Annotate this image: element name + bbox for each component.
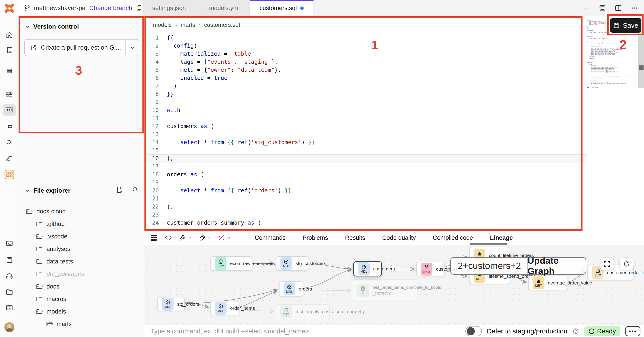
tree-item-docs[interactable]: docs xyxy=(36,280,59,293)
code-line: 9 xyxy=(144,98,587,106)
code-editor[interactable]: models›marts›customers.sql 1{{2 config(3… xyxy=(144,16,644,231)
tab-_models.yml[interactable]: _models.yml xyxy=(196,0,250,16)
code-line: 17 xyxy=(144,162,587,171)
split-icon[interactable] xyxy=(614,4,622,12)
help-icon[interactable] xyxy=(572,328,580,335)
code-line: 22), xyxy=(144,203,587,211)
pr-dropdown-toggle[interactable] xyxy=(126,39,139,56)
folder-icon xyxy=(36,245,43,253)
code-view-icon[interactable] xyxy=(164,234,173,242)
file-explorer-header[interactable]: File explorer xyxy=(24,187,139,194)
lineage-node-ecom.raw_customers[interactable]: SRCecom.raw_customers xyxy=(210,256,252,271)
version-control-header[interactable]: Version control xyxy=(24,23,79,30)
lineage-node-average_order_value[interactable]: METaverage_order_value xyxy=(528,276,568,290)
version-control-title: Version control xyxy=(33,23,79,30)
bottom-tab-results[interactable]: Results xyxy=(336,231,374,245)
more-options-button[interactable]: ••• xyxy=(625,326,640,336)
rail-terminal-icon[interactable] xyxy=(3,237,16,250)
rail-avatar[interactable] xyxy=(3,321,16,334)
create-pr-label: Create a pull request on Gi... xyxy=(41,44,121,51)
folder-icon xyxy=(36,270,43,278)
tree-item-.github[interactable]: .github xyxy=(36,218,64,230)
journal-icon[interactable] xyxy=(598,4,606,12)
command-bar: Type a command, ex. dbt build --select <… xyxy=(144,325,644,337)
save-button[interactable]: Save xyxy=(610,18,641,33)
rail-code-icon[interactable] xyxy=(3,104,16,116)
tab-customers.sql[interactable]: customers.sql xyxy=(250,0,314,16)
rail-home-icon[interactable] xyxy=(3,29,16,41)
rail-tray-icon[interactable] xyxy=(3,64,16,77)
rail-search-eye-icon[interactable] xyxy=(3,136,16,149)
lineage-selector-input[interactable]: 2+customers+2 xyxy=(451,258,528,274)
chevron-down-icon xyxy=(227,236,231,240)
results-table-icon[interactable] xyxy=(150,234,158,242)
bottom-tab-code-quality[interactable]: Code quality xyxy=(374,231,424,245)
build-tools-icon[interactable] xyxy=(179,234,192,242)
rail-divider xyxy=(3,91,16,91)
breadcrumb-item[interactable]: marts xyxy=(181,21,195,28)
lineage-node-order_items[interactable]: MDLorder_items xyxy=(210,301,240,315)
rail-folder-icon[interactable] xyxy=(3,286,16,298)
plus-icon[interactable] xyxy=(582,4,590,12)
breadcrumb-item[interactable]: models xyxy=(153,21,172,28)
rail-notebook-icon[interactable] xyxy=(3,44,16,56)
lineage-node-test_supply_costs_sum_correctly[interactable]: TSTtest_supply_costs_sum_correctly xyxy=(276,304,330,319)
rail-clipboard-icon[interactable] xyxy=(3,254,16,266)
sem-badge-icon: SEM xyxy=(421,263,432,276)
tree-item-macros[interactable]: macros xyxy=(36,293,66,305)
rail-windows-icon[interactable] xyxy=(3,152,16,165)
command-input[interactable]: Type a command, ex. dbt build --select <… xyxy=(151,325,309,337)
code-line: 24customer_orders_summary as ( xyxy=(144,219,587,227)
tree-item-dbt_packages[interactable]: dbt_packages xyxy=(36,268,84,280)
rail-headset-icon[interactable] xyxy=(3,270,16,282)
change-branch-link[interactable]: Change branch xyxy=(90,4,132,12)
tab-settings.json[interactable]: settings.json xyxy=(142,0,196,16)
lineage-canvas[interactable]: SRCecom.raw_customersMDLstg_customersMDL… xyxy=(144,245,644,325)
copilot-icon[interactable] xyxy=(217,234,231,242)
lineage-node-customers[interactable]: SEMcustomers xyxy=(416,262,444,277)
mdl-badge-icon: MDL xyxy=(280,257,292,270)
folder-icon xyxy=(36,220,43,228)
lineage-node-test_order_items_compute_to_bools[interactable]: TSTtest_order_items_compute_to_bools _co… xyxy=(353,279,418,302)
code-line: 11 xyxy=(144,114,587,122)
code-lines[interactable]: 1{{2 config(3 materialized = "table",4 t… xyxy=(144,34,587,227)
tree-item-data-tests[interactable]: data-tests xyxy=(36,255,73,268)
status-badge: Ready xyxy=(584,326,620,336)
create-pr-button[interactable]: Create a pull request on Gi... xyxy=(24,39,139,56)
lineage-node-customers[interactable]: MDLcustomers xyxy=(353,261,382,277)
lineage-node-stg_orders[interactable]: MDLstg_orders xyxy=(158,297,185,311)
dbt-logo[interactable] xyxy=(0,0,19,16)
folder-open-icon xyxy=(36,308,43,315)
new-file-icon[interactable] xyxy=(116,186,123,193)
breadcrumb-item[interactable]: customers.sql xyxy=(204,21,240,28)
tree-item-.vscode[interactable]: .vscode xyxy=(36,230,67,243)
refresh-graph-button[interactable] xyxy=(620,258,634,270)
tree-item-models[interactable]: models xyxy=(36,305,66,318)
bottom-tab-commands[interactable]: Commands xyxy=(246,231,294,245)
code-line: 6 enabled = true xyxy=(144,74,587,82)
left-icon-rail xyxy=(0,16,19,337)
lineage-node-orders[interactable]: MDLorders xyxy=(279,281,303,297)
update-graph-button[interactable]: Update Graph xyxy=(528,258,586,274)
lineage-node-stg_customers[interactable]: MDLstg_customers xyxy=(276,256,309,271)
bottom-tab-lineage[interactable]: Lineage xyxy=(482,231,521,245)
tree-item-analyses[interactable]: analyses xyxy=(36,243,70,255)
folder-open-icon xyxy=(36,283,43,290)
rail-atom-icon[interactable] xyxy=(3,168,16,181)
tree-item-docs-cloud[interactable]: docs-cloud xyxy=(26,205,66,218)
rail-grid-icon[interactable] xyxy=(3,88,16,100)
dbt-cloud-ide: matthewshaver-patc Change branch setting… xyxy=(0,0,644,337)
format-icon[interactable] xyxy=(198,234,211,242)
rail-card-icon[interactable] xyxy=(3,302,16,314)
bottom-tab-compiled-code[interactable]: Compiled code xyxy=(424,231,482,245)
search-icon[interactable] xyxy=(132,186,139,193)
chevron-down-icon xyxy=(24,188,30,194)
bottom-tab-problems[interactable]: Problems xyxy=(294,231,336,245)
more-icon[interactable] xyxy=(630,4,638,12)
defer-toggle[interactable] xyxy=(465,326,482,336)
fullscreen-button[interactable] xyxy=(600,258,614,270)
scrollbar-thumb[interactable] xyxy=(639,65,644,70)
copy-branch-icon[interactable] xyxy=(136,5,142,11)
tree-item-marts[interactable]: marts xyxy=(46,318,72,330)
rail-frame-icon[interactable] xyxy=(3,120,16,133)
